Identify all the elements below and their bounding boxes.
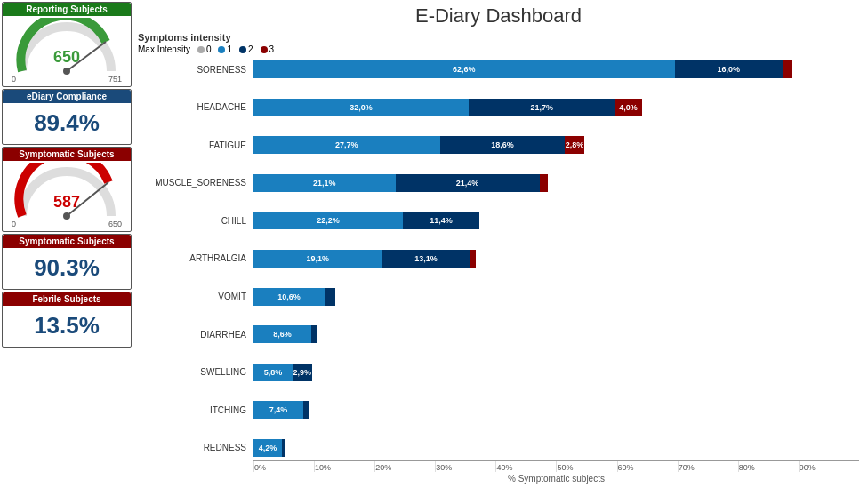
svg-point-4 bbox=[63, 212, 70, 220]
febrile-subjects-value: 13.5% bbox=[7, 308, 126, 344]
bar-label: DIARRHEA bbox=[138, 330, 253, 340]
chart-header: Symptoms intensity Max Intensity 0 1 2 bbox=[138, 32, 859, 54]
symptomatic-subjects-pct-card: Symptomatic Subjects 90.3% bbox=[2, 234, 132, 290]
bar-row: REDNESS4,2% bbox=[138, 436, 859, 460]
bar-row: HEADACHE32,0%21,7%4,0% bbox=[138, 95, 859, 120]
bar-label: MUSCLE_SORENESS bbox=[138, 178, 253, 188]
bar-label: CHILL bbox=[138, 216, 253, 226]
bar-label: HEADACHE bbox=[138, 102, 253, 112]
bar-segment-0: 19,1% bbox=[253, 250, 382, 268]
legend: Max Intensity 0 1 2 3 bbox=[138, 44, 859, 54]
bar-group: 10,6% bbox=[253, 288, 859, 306]
bar-segment-0: 32,0% bbox=[253, 99, 469, 116]
symptomatic-subjects-gauge: 587 bbox=[13, 163, 120, 220]
reporting-subjects-card: Reporting Subjects 650 0 751 bbox=[2, 2, 132, 87]
bar-segment-1 bbox=[282, 439, 285, 457]
symptomatic-subjects-pct-value: 90.3% bbox=[7, 250, 126, 286]
legend-item-0: 0 bbox=[197, 44, 212, 54]
legend-dot-2 bbox=[239, 46, 246, 53]
bar-segment-1 bbox=[325, 288, 334, 306]
bar-label: ARTHRALGIA bbox=[138, 253, 253, 263]
legend-dot-0 bbox=[197, 46, 205, 53]
bar-segment-1: 2,9% bbox=[293, 364, 312, 381]
symptomatic-subjects-gauge-labels: 0 650 bbox=[7, 220, 126, 228]
svg-text:650: 650 bbox=[53, 48, 80, 66]
bar-label: SORENESS bbox=[138, 65, 253, 75]
x-tick: 10% bbox=[314, 461, 374, 472]
febrile-subjects-card: Febrile Subjects 13.5% bbox=[2, 292, 132, 348]
svg-text:587: 587 bbox=[53, 193, 80, 211]
bar-segment-0: 7,4% bbox=[253, 401, 303, 419]
bar-group: 27,7%18,6%2,8% bbox=[253, 136, 859, 154]
bar-row: FATIGUE27,7%18,6%2,8% bbox=[138, 132, 859, 157]
x-tick: 30% bbox=[435, 461, 495, 472]
bar-row: DIARRHEA8,6% bbox=[138, 322, 859, 347]
bar-row: SORENESS62,6%16,0% bbox=[138, 57, 859, 82]
bar-segment-0: 5,8% bbox=[253, 364, 293, 381]
bar-segment-1: 16,0% bbox=[675, 60, 783, 78]
bar-segment-0: 4,2% bbox=[253, 439, 282, 457]
bar-group: 8,6% bbox=[253, 325, 859, 343]
bar-segment-0: 10,6% bbox=[253, 288, 325, 306]
bar-row: CHILL22,2%11,4% bbox=[138, 208, 859, 233]
bar-chart: SORENESS62,6%16,0%HEADACHE32,0%21,7%4,0%… bbox=[138, 57, 859, 460]
x-ticks: 0%10%20%30%40%50%60%70%80%90% bbox=[253, 461, 859, 472]
symptomatic-subjects-gauge-card: Symptomatic Subjects 587 0 650 bbox=[2, 147, 132, 232]
bar-group: 4,2% bbox=[253, 439, 859, 457]
symptomatic-subjects-title-2: Symptomatic Subjects bbox=[3, 235, 131, 248]
bar-segment-0: 27,7% bbox=[253, 136, 440, 154]
ediary-compliance-title: eDiary Compliance bbox=[3, 90, 131, 103]
x-axis-label: % Symptomatic subjects bbox=[253, 474, 859, 484]
x-tick: 70% bbox=[678, 461, 738, 472]
legend-item-2: 2 bbox=[239, 44, 253, 54]
legend-item-1: 1 bbox=[218, 44, 232, 54]
ediary-compliance-value: 89.4% bbox=[7, 105, 126, 141]
bar-segment-0: 21,1% bbox=[253, 174, 396, 192]
bar-group: 22,2%11,4% bbox=[253, 212, 859, 229]
bar-group: 7,4% bbox=[253, 401, 859, 419]
reporting-subjects-gauge-labels: 0 751 bbox=[7, 75, 126, 84]
ediary-compliance-card: eDiary Compliance 89.4% bbox=[2, 89, 132, 145]
legend-dot-3 bbox=[261, 46, 268, 53]
bar-segment-1: 21,4% bbox=[396, 174, 540, 192]
bar-label: VOMIT bbox=[138, 292, 253, 301]
svg-point-1 bbox=[63, 68, 70, 75]
legend-item-3: 3 bbox=[261, 44, 275, 54]
reporting-subjects-title: Reporting Subjects bbox=[3, 3, 131, 16]
x-tick: 50% bbox=[556, 461, 616, 472]
febrile-subjects-title: Febrile Subjects bbox=[3, 292, 131, 306]
x-tick: 80% bbox=[738, 461, 799, 472]
bar-segment-2 bbox=[540, 174, 548, 192]
main-container: Reporting Subjects 650 0 751 eDiary Comp… bbox=[0, 0, 868, 488]
reporting-subjects-gauge: 650 bbox=[13, 18, 120, 76]
bar-segment-0: 62,6% bbox=[253, 60, 675, 78]
bar-segment-1: 13,1% bbox=[382, 250, 470, 268]
sidebar: Reporting Subjects 650 0 751 eDiary Comp… bbox=[0, 0, 133, 488]
dashboard-title: E-Diary Dashboard bbox=[138, 4, 859, 28]
intensity-label: Symptoms intensity bbox=[138, 32, 859, 43]
bar-segment-1: 11,4% bbox=[403, 212, 479, 229]
bar-segment-2 bbox=[470, 250, 476, 268]
bar-segment-2: 2,8% bbox=[565, 136, 583, 154]
bar-group: 32,0%21,7%4,0% bbox=[253, 99, 859, 116]
x-tick: 0% bbox=[253, 461, 314, 472]
bar-group: 21,1%21,4% bbox=[253, 174, 859, 192]
bar-row: VOMIT10,6% bbox=[138, 284, 859, 309]
bar-label: FATIGUE bbox=[138, 140, 253, 150]
legend-dot-1 bbox=[218, 46, 225, 53]
bar-segment-2: 4,0% bbox=[615, 99, 641, 116]
bar-label: ITCHING bbox=[138, 405, 253, 415]
chart-wrapper: SORENESS62,6%16,0%HEADACHE32,0%21,7%4,0%… bbox=[138, 57, 859, 484]
chart-area: E-Diary Dashboard Symptoms intensity Max… bbox=[133, 0, 868, 488]
bar-segment-1: 21,7% bbox=[469, 99, 615, 116]
bar-group: 62,6%16,0% bbox=[253, 60, 859, 78]
bar-segment-2 bbox=[783, 60, 792, 78]
bar-segment-1 bbox=[311, 325, 317, 343]
bar-segment-0: 22,2% bbox=[253, 212, 403, 229]
bar-label: SWELLING bbox=[138, 367, 253, 377]
x-tick: 60% bbox=[617, 461, 678, 472]
bar-segment-1: 18,6% bbox=[440, 136, 566, 154]
x-tick: 20% bbox=[374, 461, 435, 472]
bar-segment-0: 8,6% bbox=[253, 325, 311, 343]
bar-group: 19,1%13,1% bbox=[253, 250, 859, 268]
